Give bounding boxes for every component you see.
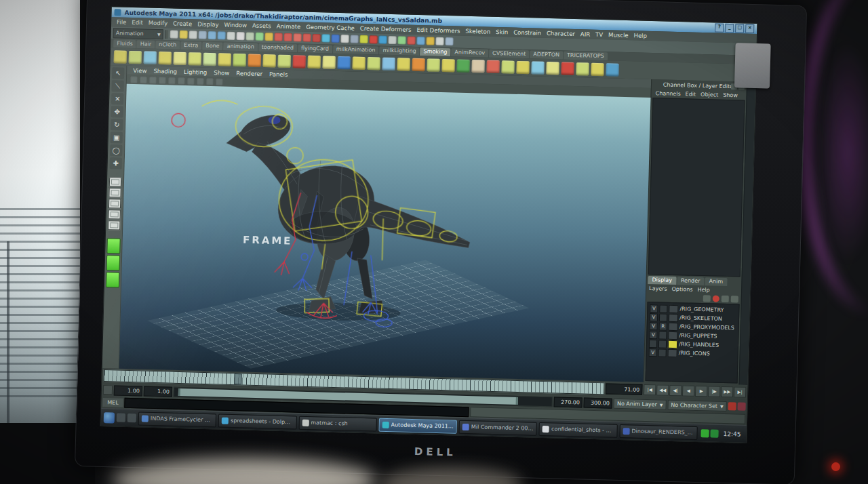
menu-item[interactable]: Muscle [606,31,631,39]
custom-green-button-3[interactable] [106,272,120,288]
shelf-tool-icon[interactable] [248,54,261,66]
shelf-tab[interactable]: Extra [180,41,201,50]
tool-icon[interactable]: ✥ [111,106,123,117]
layer-color-swatch[interactable] [669,304,678,312]
status-tool-icon[interactable] [256,33,264,41]
shelf-tool-icon[interactable] [233,53,246,66]
layer-editor-tab[interactable]: Render [677,277,705,285]
status-tool-icon[interactable] [246,32,254,40]
shelf-tool-icon[interactable] [486,60,499,73]
channel-box-menu-item[interactable]: Edit [686,91,696,97]
status-tool-icon[interactable] [180,31,188,39]
layout-graph-editor-button[interactable] [108,220,120,230]
shelf-tool-icon[interactable] [516,60,529,73]
layer-visibility-toggle[interactable]: V [649,348,657,357]
panel-menu-item[interactable]: Panels [267,70,291,78]
channel-box-menu-item[interactable]: Object [701,91,718,98]
layout-hypershade-button[interactable] [108,209,121,219]
tool-icon[interactable]: ⟍ [111,80,123,92]
panel-tool-icon[interactable] [149,76,157,83]
layer-editor-menu-item[interactable]: Help [697,286,709,292]
shelf-tool-icon[interactable] [591,62,604,75]
shelf-tool-icon[interactable] [531,61,544,74]
window-control-button[interactable]: ? [715,23,724,32]
status-tool-icon[interactable] [445,37,453,45]
window-control-button[interactable]: _ [725,24,734,33]
layer-mode-toggle[interactable]: R [659,322,667,330]
auto-keyframe-toggle[interactable] [737,403,745,411]
menu-set-dropdown[interactable]: Animation ▼ [113,28,163,39]
new-layer-selected-button[interactable] [731,296,738,302]
menu-item[interactable]: Modify [146,19,170,26]
status-tool-icon[interactable] [350,35,358,43]
menu-item[interactable]: Create Deformers [357,25,414,33]
shelf-tab[interactable]: nCloth [155,41,180,49]
status-tool-icon[interactable] [265,33,273,41]
layer-mode-toggle[interactable] [659,304,667,312]
custom-green-button-2[interactable] [106,255,121,271]
panel-menu-item[interactable]: Lighting [181,68,210,75]
layer-editor-menu-item[interactable]: Options [672,285,693,292]
status-tool-icon[interactable] [359,35,368,43]
playback-button[interactable]: ▶▶ [721,386,733,397]
status-tool-icon[interactable] [321,34,330,42]
layer-color-swatch[interactable] [668,331,677,339]
menu-item[interactable]: Skeleton [462,28,493,35]
menu-item[interactable]: Skin [493,28,511,36]
status-tool-icon[interactable] [303,34,311,42]
tool-icon[interactable]: ✕ [111,93,123,104]
current-time-marker[interactable] [234,374,241,384]
panel-tool-icon[interactable] [159,77,166,84]
anim-layer-dropdown[interactable]: No Anim Layer ▼ [614,398,667,409]
status-tool-icon[interactable] [331,35,339,43]
panel-menu-item[interactable]: View [130,66,149,74]
layer-color-swatch[interactable] [668,340,677,348]
shelf-tab[interactable]: Hair [137,40,155,49]
range-options-button[interactable] [103,385,113,395]
shelf-tool-icon[interactable] [367,57,380,70]
window-control-button[interactable]: × [745,24,754,33]
playback-button[interactable]: ◀◀ [656,384,669,395]
task-button[interactable]: INDAS FrameCycler Professional [138,411,217,427]
shelf-tool-icon[interactable] [352,56,365,69]
shelf-tool-icon[interactable] [292,55,305,68]
status-tool-icon[interactable] [294,33,302,41]
menu-item[interactable]: Character [544,30,578,37]
task-button[interactable]: Dinosaur_RENDERS_01.ods - Op… [619,424,698,439]
move-layer-up-button[interactable] [703,295,711,302]
channel-box-menu-item[interactable]: Show [723,92,738,98]
menu-item[interactable]: Geometry Cache [303,24,357,32]
shelf-tool-icon[interactable] [218,53,231,66]
shelf-tool-icon[interactable] [203,52,216,65]
tool-icon[interactable]: ◯ [110,144,122,156]
status-tool-icon[interactable] [426,37,434,45]
menu-item[interactable]: Assets [250,22,274,30]
menu-item[interactable]: Edit Deformers [414,26,462,35]
status-tool-icon[interactable] [208,31,216,39]
layer-visibility-toggle[interactable]: V [650,313,658,321]
shelf-tool-icon[interactable] [561,62,574,75]
panel-menu-item[interactable]: Renderer [233,69,265,77]
status-tool-icon[interactable] [312,34,320,42]
shelf-tool-icon[interactable] [501,60,514,73]
status-tool-icon[interactable] [397,36,406,44]
shelf-tool-icon[interactable] [456,59,469,72]
shelf-tool-icon[interactable] [307,55,320,68]
status-tool-icon[interactable] [170,30,178,38]
set-key-button[interactable] [728,402,736,410]
menu-item[interactable]: Help [631,32,650,39]
tray-icon[interactable] [701,429,709,437]
layout-single-pane-button[interactable] [109,177,121,186]
shelf-tool-icon[interactable] [397,58,410,70]
shelf-tool-icon[interactable] [412,58,425,70]
layer-mode-toggle[interactable] [659,313,667,321]
menu-item[interactable]: Constrain [511,29,544,37]
panel-tool-icon[interactable] [187,77,195,85]
panel-tool-icon[interactable] [130,75,138,83]
menu-item[interactable]: Create [170,20,195,27]
shelf-tab[interactable]: Fluids [113,39,136,48]
status-tool-icon[interactable] [378,35,387,43]
range-end-field[interactable]: 300.00 [584,397,612,408]
tool-icon[interactable]: ✚ [109,157,121,169]
playback-start-field[interactable]: 1.00 [144,386,172,397]
